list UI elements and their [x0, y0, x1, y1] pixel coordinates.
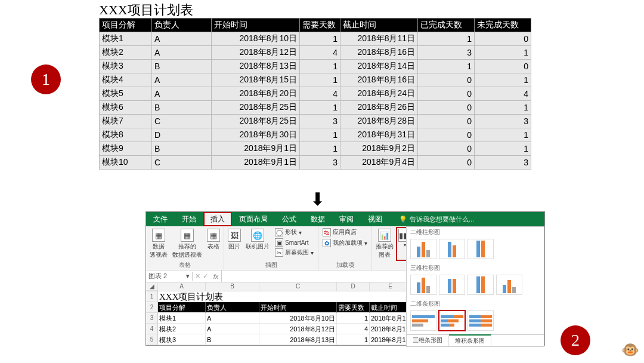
group-label: 加载项: [336, 261, 354, 270]
table-cell: A: [152, 87, 212, 101]
sheet-header-cell[interactable]: 项目分解: [158, 302, 206, 313]
row-header[interactable]: 2: [146, 302, 158, 313]
sheet-header-cell[interactable]: 开始时间: [259, 302, 337, 313]
chart-gallery: 二维柱形图 三维柱形图 二维条形图 三维条形图 堆积条形图: [406, 226, 544, 347]
mini-title-cell[interactable]: XXX项目计划表: [158, 291, 411, 302]
row-header[interactable]: 1: [146, 291, 158, 302]
table-cell: 0: [418, 115, 475, 128]
sheet-cell[interactable]: B: [206, 334, 259, 345]
table-cell: C: [152, 156, 212, 170]
name-box[interactable]: 图表 2▾: [146, 272, 193, 281]
sheet-cell[interactable]: 2018年8月14日: [370, 334, 411, 345]
row-header[interactable]: 5: [146, 334, 158, 345]
table-cell: 2018年8月12日: [212, 46, 300, 60]
sheet-header-cell[interactable]: 负责人: [206, 302, 259, 313]
ribbon-tabs: 文件开始插入页面布局公式数据审阅视图💡告诉我您想要做什么...: [146, 212, 544, 226]
ribbon-tab[interactable]: 插入: [203, 212, 232, 226]
table-cell: 3: [475, 156, 531, 170]
table-cell: 2018年8月10日: [212, 32, 300, 46]
arrow-down-icon: ⬇: [310, 189, 325, 210]
sheet-cell[interactable]: 2018年8月11日: [370, 313, 411, 324]
clustered-column-2d[interactable]: [410, 239, 436, 259]
table-cell: 模块1: [100, 32, 152, 46]
sheet-cell[interactable]: 1: [337, 313, 370, 324]
table-row: 模块10C2018年9月1日32018年9月4日03: [100, 156, 531, 170]
pivot-table-button[interactable]: ▦数据 透视表: [148, 227, 169, 260]
sheet-cell[interactable]: 4: [337, 324, 370, 334]
my-addins-button[interactable]: ✿我的加载项 ▾: [320, 238, 370, 248]
chevron-down-icon[interactable]: ▾: [186, 272, 190, 280]
ribbon-tab[interactable]: 数据: [304, 212, 332, 226]
table-cell: C: [152, 115, 212, 128]
pictures-button[interactable]: 🖼图片: [226, 227, 243, 257]
ribbon-tab[interactable]: 页面布局: [232, 212, 275, 226]
clustered-bar-2d[interactable]: [410, 310, 436, 331]
row-header[interactable]: 3: [146, 313, 158, 324]
stacked-column-2d[interactable]: [439, 239, 465, 259]
column-3d[interactable]: [496, 275, 522, 295]
sheet-header-cell[interactable]: 需要天数: [337, 302, 370, 313]
gallery-tab-stacked-bar[interactable]: 堆积条形图: [449, 334, 491, 346]
row-header[interactable]: 4: [146, 324, 158, 334]
table-cell: 1: [475, 101, 531, 115]
ribbon-tab[interactable]: 文件: [146, 212, 175, 226]
sheet-cell[interactable]: A: [206, 324, 259, 334]
100-stacked-column-3d[interactable]: [467, 275, 494, 295]
online-pictures-button[interactable]: 🌐联机图片: [244, 227, 271, 257]
table-cell: 3: [300, 156, 340, 170]
100-stacked-column-2d[interactable]: [467, 239, 494, 259]
ribbon-tab[interactable]: 视图: [361, 212, 389, 226]
screenshot-button[interactable]: ✂屏幕截图 ▾: [273, 248, 316, 257]
table-cell: 1: [300, 101, 340, 115]
sheet-cell[interactable]: 2018年8月12日: [259, 324, 337, 334]
col-header-D[interactable]: D: [337, 282, 370, 291]
recommended-pivot-button[interactable]: ▦推荐的 数据透视表: [171, 227, 204, 260]
ribbon-tab[interactable]: 公式: [275, 212, 304, 226]
sheet-cell[interactable]: 2018年8月13日: [259, 334, 337, 345]
100-stacked-bar-2d[interactable]: [467, 310, 494, 331]
table-row: 模块9B2018年9月1日12018年9月2日01: [100, 142, 531, 156]
table-cell: B: [152, 101, 212, 115]
sheet-cell[interactable]: 模块2: [158, 324, 206, 334]
clustered-column-3d[interactable]: [410, 275, 436, 295]
monkey-icon: 🐵: [621, 342, 639, 358]
table-cell: 0: [418, 101, 475, 115]
gallery-tab-3d-bar[interactable]: 三维条形图: [407, 335, 449, 346]
table-cell: 1: [418, 60, 475, 73]
tell-me-input[interactable]: 💡告诉我您想要做什么...: [389, 212, 481, 226]
stacked-bar-2d[interactable]: [439, 310, 465, 331]
col-header-A[interactable]: A: [158, 282, 206, 291]
table-cell: 1: [475, 128, 531, 142]
smartart-button[interactable]: ▣SmartArt: [273, 238, 316, 247]
table-cell: 2018年8月30日: [212, 128, 300, 142]
shapes-button[interactable]: ◯形状 ▾: [273, 227, 316, 237]
sheet-cell[interactable]: 1: [337, 334, 370, 345]
col-header-B[interactable]: B: [206, 282, 259, 291]
sheet-cell[interactable]: 2018年8月10日: [259, 313, 337, 324]
ribbon-tab[interactable]: 开始: [175, 212, 203, 226]
ribbon-tab[interactable]: 审阅: [332, 212, 361, 226]
table-row: 模块2A2018年8月12日42018年8月16日31: [100, 46, 531, 60]
col-header-E[interactable]: E: [370, 282, 411, 291]
fx-icon[interactable]: fx: [210, 273, 221, 280]
confirm-icon[interactable]: ✓: [203, 272, 208, 280]
table-header: 需要天数: [300, 19, 340, 32]
recommended-charts-button[interactable]: 📊推荐的 图表: [374, 227, 395, 260]
sheet-cell[interactable]: A: [206, 313, 259, 324]
select-all-corner[interactable]: ◢: [146, 282, 158, 291]
table-cell: 0: [418, 142, 475, 156]
table-button[interactable]: ▦表格: [205, 227, 222, 260]
table-cell: 模块2: [100, 46, 152, 60]
sheet-cell[interactable]: 模块3: [158, 334, 206, 345]
step-badge-1: 1: [31, 64, 61, 94]
store-button[interactable]: 🛍应用商店: [320, 227, 370, 237]
sheet-cell[interactable]: 模块1: [158, 313, 206, 324]
table-cell: 2018年8月25日: [212, 101, 300, 115]
table-cell: 2018年8月14日: [340, 60, 418, 73]
table-cell: A: [152, 73, 212, 87]
sheet-cell[interactable]: 2018年8月16日: [370, 324, 411, 334]
stacked-column-3d[interactable]: [439, 275, 465, 295]
sheet-header-cell[interactable]: 截止时间: [370, 302, 411, 313]
cancel-icon[interactable]: ✕: [195, 272, 200, 280]
col-header-C[interactable]: C: [259, 282, 337, 291]
